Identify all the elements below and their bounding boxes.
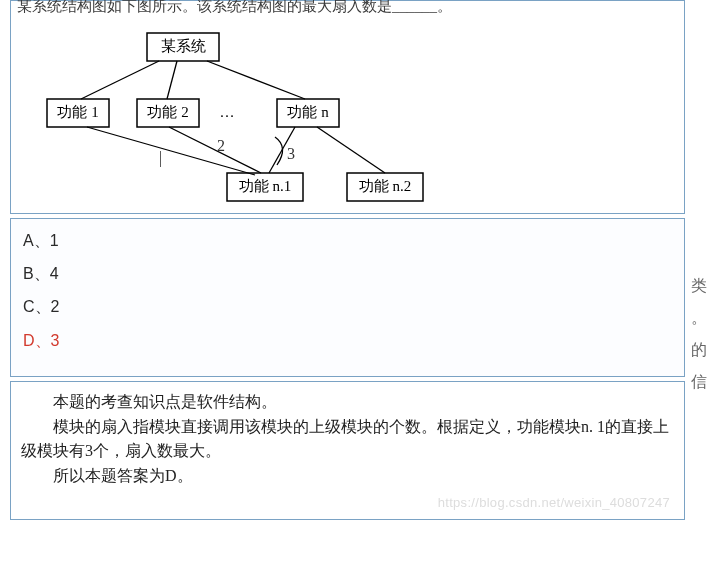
side-frag-1: 类 xyxy=(687,270,713,302)
option-d-text: 3 xyxy=(51,332,60,349)
annotation-2: 2 xyxy=(217,137,225,154)
side-frag-2: 。 xyxy=(687,302,713,334)
node-root: 某系统 xyxy=(161,38,206,54)
explanation-line1: 本题的考查知识点是软件结构。 xyxy=(21,390,674,415)
option-d-key: D xyxy=(23,332,35,349)
svg-line-8 xyxy=(207,61,305,99)
node-fnn1: 功能 n.1 xyxy=(239,178,292,194)
watermark: https://blog.csdn.net/weixin_40807247 xyxy=(438,493,670,513)
option-b-text: 4 xyxy=(50,265,59,282)
node-fnn2: 功能 n.2 xyxy=(359,178,412,194)
option-c-key: C xyxy=(23,298,35,315)
node-fn1: 功能 1 xyxy=(57,104,98,120)
option-a[interactable]: A、1 xyxy=(23,231,672,250)
side-column-fragments: 类 。 的 信 xyxy=(687,270,713,398)
explanation-line2: 模块的扇入指模块直接调用该模块的上级模块的个数。根据定义，功能模块n. 1的直接… xyxy=(21,415,674,465)
svg-line-7 xyxy=(167,61,177,99)
diagram-ellipsis: … xyxy=(220,104,235,120)
side-frag-3: 的 xyxy=(687,334,713,366)
svg-line-12 xyxy=(317,127,385,173)
svg-line-10 xyxy=(169,127,261,173)
annotation-tick: | xyxy=(159,149,162,167)
structure-diagram: 某系统 功能 1 功能 2 … 功能 n 功能 n.1 功能 n.2 xyxy=(11,13,684,213)
explanation-panel: 本题的考查知识点是软件结构。 模块的扇入指模块直接调用该模块的上级模块的个数。根… xyxy=(10,381,685,520)
option-c-text: 2 xyxy=(51,298,60,315)
option-b[interactable]: B、4 xyxy=(23,264,672,283)
svg-line-6 xyxy=(81,61,159,99)
node-fn2: 功能 2 xyxy=(147,104,188,120)
option-d[interactable]: D、3 xyxy=(23,331,672,350)
annotation-3: 3 xyxy=(287,145,295,162)
question-stem: 某系统结构图如下图所示。该系统结构图的最大扇入数是______。 xyxy=(11,0,684,13)
option-c[interactable]: C、2 xyxy=(23,297,672,316)
node-fnn: 功能 n xyxy=(287,104,329,120)
option-a-text: 1 xyxy=(50,232,59,249)
option-a-key: A xyxy=(23,232,34,249)
side-frag-4: 信 xyxy=(687,366,713,398)
option-b-key: B xyxy=(23,265,34,282)
explanation-line3: 所以本题答案为D。 xyxy=(21,464,674,489)
options-panel: A、1 B、4 C、2 D、3 xyxy=(10,218,685,377)
svg-line-9 xyxy=(87,127,255,175)
question-panel: 某系统结构图如下图所示。该系统结构图的最大扇入数是______。 某系统 功能 … xyxy=(10,0,685,214)
